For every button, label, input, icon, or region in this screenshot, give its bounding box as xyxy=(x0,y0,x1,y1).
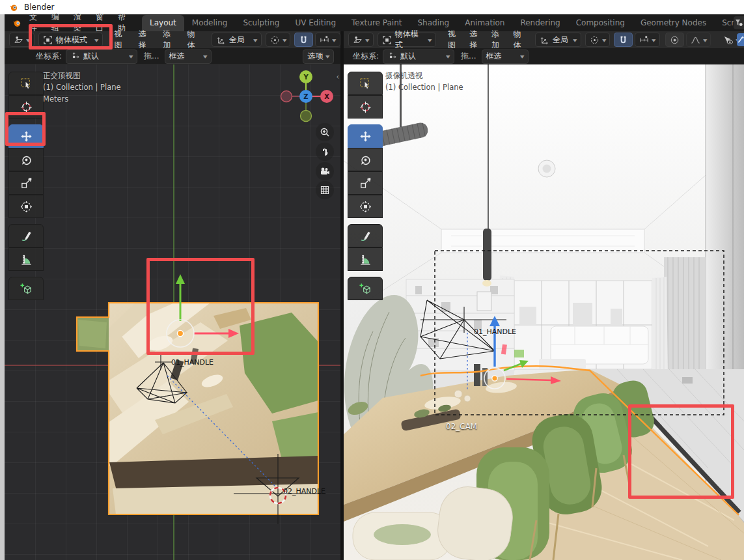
snap-toggle-button[interactable] xyxy=(614,33,633,47)
chevron-down-icon: ▼ xyxy=(573,38,577,42)
orientation-label: 全局 xyxy=(553,35,568,46)
viewport-menu-物体[interactable]: 物体 xyxy=(181,29,205,51)
magnet-icon xyxy=(299,35,309,45)
select-mode-label: 框选 xyxy=(486,51,502,62)
proportional-falloff-dropdown[interactable]: ▼ xyxy=(686,33,711,47)
viewport-menu-物体[interactable]: 物体 xyxy=(507,29,529,51)
proportional-edit-icon xyxy=(670,35,680,45)
navigation-gizmo[interactable]: Y X Z xyxy=(276,66,338,129)
annotation-mode-dropdown xyxy=(29,24,113,49)
gizmo-visibility-icon xyxy=(723,35,733,45)
add-cube-tool-button[interactable] xyxy=(8,277,44,300)
mode-dropdown[interactable]: 物体模式 ▼ xyxy=(378,33,436,47)
scene-selector-icon[interactable] xyxy=(734,16,744,29)
viewport-menu-添加[interactable]: 添加 xyxy=(156,29,180,51)
right-viewport-menus: 视图选择添加物体 xyxy=(441,29,529,51)
measure-tool-button[interactable] xyxy=(348,247,383,271)
chevron-down-icon: ▼ xyxy=(602,38,606,42)
pan-hand-button[interactable] xyxy=(316,143,334,161)
chevron-down-icon: ▼ xyxy=(282,38,286,42)
viewport-menu-添加[interactable]: 添加 xyxy=(485,29,507,51)
chevron-down-icon: ▼ xyxy=(520,54,524,59)
snap-toggle-button[interactable] xyxy=(294,33,313,47)
transform-orientation-dropdown[interactable]: 全局 ▼ xyxy=(535,33,581,47)
transform-tool-button[interactable] xyxy=(348,195,383,218)
add-cube-tool-button[interactable] xyxy=(348,277,383,300)
measure-tool-button[interactable] xyxy=(8,247,44,271)
pivot-point-dropdown[interactable]: ▼ xyxy=(266,33,291,47)
view-name-overlay: 摄像机透视 xyxy=(385,71,423,81)
object-mode-icon xyxy=(382,35,392,45)
transform-tool-button[interactable] xyxy=(8,195,44,218)
chevron-down-icon: ▼ xyxy=(428,38,432,42)
options-label: 选项 xyxy=(307,51,323,62)
tab-sculpting[interactable]: Sculpting xyxy=(235,15,287,31)
zoom-button[interactable] xyxy=(316,123,334,141)
camera-label: 02_CAM xyxy=(446,422,477,431)
context-overlay: (1) Collection | Plane xyxy=(43,83,121,92)
orientation-axes-icon xyxy=(540,35,549,45)
handle1-label: 01_HANDLE xyxy=(474,328,516,336)
chevron-down-icon: ▼ xyxy=(332,38,336,42)
snap-settings-dropdown[interactable]: ▼ xyxy=(315,33,340,47)
coord-preset-label: 默认 xyxy=(400,51,416,62)
tab-geometry-nodes[interactable]: Geometry Nodes xyxy=(633,15,714,31)
select-mode-dropdown[interactable]: 框选 ▼ xyxy=(165,49,212,64)
right-viewport-header: ▼ 物体模式 ▼ 视图选择添加物体 全局 ▼ ▼ ▼ xyxy=(344,31,744,48)
proportional-edit-toggle[interactable] xyxy=(665,33,684,47)
viewport-menu-选择[interactable]: 选择 xyxy=(132,29,156,51)
perspective-toggle-button[interactable] xyxy=(316,181,334,199)
window-edge xyxy=(0,14,5,560)
blender-window: Blender 文件编辑渲染窗口帮助 LayoutModelingSculpti… xyxy=(0,0,744,560)
viewport-menu-视图[interactable]: 视图 xyxy=(441,29,463,51)
coord-preset-dropdown[interactable]: 默认 ▼ xyxy=(383,49,454,64)
annotate-tool-button[interactable] xyxy=(8,224,44,247)
select-box-tool-button[interactable] xyxy=(8,72,44,95)
left-viewport-menus: 视图选择添加物体 xyxy=(108,29,205,51)
snap-settings-dropdown[interactable]: ▼ xyxy=(635,33,660,47)
annotation-gizmo-region xyxy=(146,258,255,355)
cursor-tool-button[interactable] xyxy=(348,95,383,119)
transform-orientation-dropdown[interactable]: 全局 ▼ xyxy=(212,33,262,47)
annotate-tool-button[interactable] xyxy=(348,224,383,247)
tab-compositing[interactable]: Compositing xyxy=(568,15,633,31)
select-box-tool-button[interactable] xyxy=(348,72,383,95)
annotation-floor-corner xyxy=(628,404,734,499)
scale-tool-button[interactable] xyxy=(8,171,44,195)
editor-type-dropdown[interactable]: ▼ xyxy=(348,33,374,47)
camera-view-button[interactable] xyxy=(316,162,334,180)
blender-logo-icon xyxy=(9,3,19,12)
options-dropdown[interactable]: 选项 ▼ xyxy=(303,49,334,64)
rotate-tool-button[interactable] xyxy=(8,148,44,171)
chevron-down-icon: ▼ xyxy=(365,38,369,42)
rotate-tool-button[interactable] xyxy=(348,148,383,171)
cursor-target-icon xyxy=(70,51,80,61)
pivot-point-dropdown[interactable]: ▼ xyxy=(585,33,611,47)
select-mode-dropdown[interactable]: 框选 ▼ xyxy=(482,49,529,64)
chevron-down-icon: ▼ xyxy=(703,38,707,42)
coord-preset-dropdown[interactable]: 默认 ▼ xyxy=(66,49,137,64)
tab-uv-editing[interactable]: UV Editing xyxy=(287,15,344,31)
viewport-editor-icon xyxy=(14,35,23,45)
chevron-down-icon: ▼ xyxy=(253,38,257,42)
coord-system-label: 坐标系: xyxy=(36,51,62,62)
viewport-editor-icon xyxy=(353,35,363,45)
cursor-target-icon xyxy=(387,51,397,61)
units-overlay: Meters xyxy=(43,94,68,104)
left-toolbar xyxy=(8,72,44,300)
magnet-icon xyxy=(618,35,628,45)
axis-neg-y-ball xyxy=(301,111,312,122)
chevron-down-icon: ▼ xyxy=(325,54,329,59)
overlays-toggle-button[interactable] xyxy=(737,33,744,46)
orientation-axes-icon xyxy=(216,35,226,45)
viewport-menu-选择[interactable]: 选择 xyxy=(463,29,485,51)
mode-label: 物体模式 xyxy=(395,29,426,51)
svg-text:Z: Z xyxy=(303,93,308,100)
orientation-label: 全局 xyxy=(229,35,245,46)
pivot-icon xyxy=(590,35,599,45)
svg-text:Y: Y xyxy=(303,74,309,81)
scale-tool-button[interactable] xyxy=(348,171,383,195)
move-tool-button[interactable] xyxy=(348,124,383,148)
chevron-down-icon: ▼ xyxy=(652,38,655,42)
blender-menu-icon[interactable] xyxy=(12,18,22,28)
